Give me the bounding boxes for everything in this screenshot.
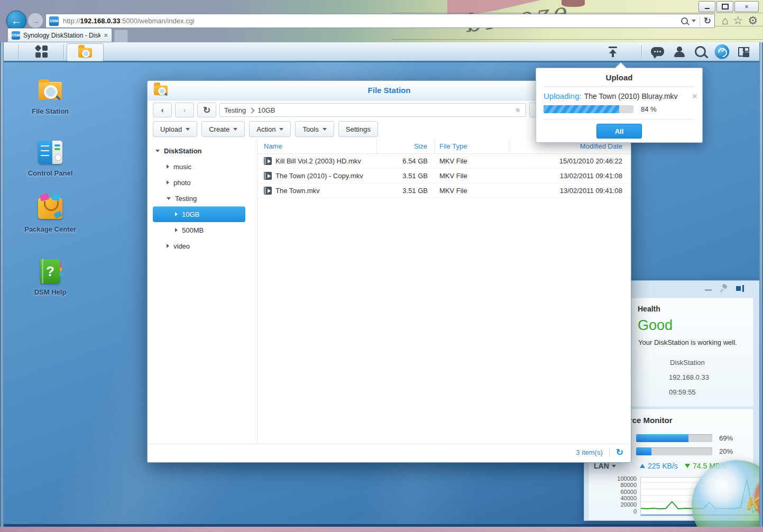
user-account-icon[interactable] (673, 47, 686, 57)
taskbar-file-station-button[interactable] (67, 43, 104, 61)
action-button[interactable]: Action (249, 121, 291, 137)
main-menu-button[interactable] (19, 42, 63, 61)
dsm-desktop: File Station Control Panel Package Cente… (4, 62, 759, 527)
tree-item-photo[interactable]: photo (148, 175, 257, 190)
folder-tree-sidebar: DiskStation music photo Testing (148, 139, 258, 444)
favorite-star-icon[interactable]: ★ (514, 105, 521, 115)
table-row[interactable]: Kill Bill Vol.2 (2003) HD.mkv 6.54 GB MK… (258, 154, 631, 169)
desktop-icon-control-panel[interactable]: Control Panel (18, 139, 82, 178)
tree-item-diskstation[interactable]: DiskStation (148, 143, 257, 159)
tree-collapsed-icon[interactable] (175, 228, 178, 232)
package-center-icon (35, 195, 65, 222)
column-header-size[interactable]: Size (377, 139, 435, 153)
column-header-type[interactable]: File Type (435, 139, 509, 153)
file-modified: 13/02/2011 09:41:08 (509, 184, 631, 198)
browser-chrome: breeze × ← → DSM http://192.168.0.33:500… (0, 0, 763, 42)
page-refresh-icon[interactable]: ↻ (704, 15, 711, 26)
file-name: The Town (2010) - Copy.mkv (275, 172, 363, 180)
tree-expanded-icon[interactable] (167, 197, 171, 200)
table-row[interactable]: The Town.mkv 3.51 GB MKV File 13/02/2011… (258, 184, 631, 198)
uploading-file-name: The Town (2010) Bluray.mkv (584, 92, 678, 100)
cpu-usage-label: 69% (719, 434, 733, 442)
lan-selector[interactable]: LAN (594, 462, 616, 470)
magnifier-icon (82, 50, 90, 58)
question-mark-icon: ? (40, 263, 60, 280)
tree-collapsed-icon[interactable] (167, 164, 169, 169)
chat-icon[interactable] (651, 47, 664, 56)
lan-traffic-chart (640, 477, 759, 516)
table-row[interactable]: The Town (2010) - Copy.mkv 3.51 GB MKV F… (258, 169, 631, 184)
y-axis-tick: 100000 (605, 475, 637, 482)
search-options-caret-icon[interactable] (692, 20, 696, 22)
settings-gear-icon[interactable]: ⚙ (748, 15, 758, 26)
settings-button[interactable]: Settings (338, 121, 378, 137)
breadcrumb-segment[interactable]: 10GB (258, 106, 275, 114)
search-icon[interactable] (681, 17, 688, 24)
show-all-uploads-button[interactable]: All (596, 124, 642, 139)
file-type: MKV File (435, 154, 509, 168)
search-icon[interactable] (695, 46, 706, 57)
favorites-star-icon[interactable]: ☆ (733, 15, 743, 26)
tab-close-icon[interactable]: × (104, 31, 108, 39)
file-station-statusbar: 3 item(s) ↻ (148, 444, 631, 460)
refresh-button[interactable]: ↻ (197, 103, 216, 117)
dropdown-caret-icon (186, 128, 190, 131)
divider (63, 44, 64, 59)
cancel-upload-icon[interactable]: × (692, 91, 697, 101)
home-icon[interactable]: ⌂ (722, 15, 729, 26)
browser-window: breeze × ← → DSM http://192.168.0.33:500… (0, 0, 763, 532)
file-modified: 13/02/2011 09:41:08 (509, 169, 631, 183)
address-bar[interactable]: DSM http://192.168.0.33:5000/webman/inde… (45, 14, 715, 28)
dsm-viewport: File Station Control Panel Package Cente… (3, 42, 760, 527)
url-text[interactable]: http://192.168.0.33:5000/webman/index.cg… (63, 17, 681, 25)
tree-collapsed-icon[interactable] (175, 212, 178, 216)
close-icon: × (744, 4, 748, 10)
divider (544, 119, 695, 120)
widget-minimize-icon[interactable] (705, 289, 712, 291)
tools-button[interactable]: Tools (295, 121, 334, 137)
dropdown-caret-icon (279, 128, 283, 131)
upload-queue-icon[interactable] (607, 47, 619, 57)
new-tab-button[interactable] (114, 30, 128, 42)
tree-item-video[interactable]: video (148, 238, 257, 254)
breadcrumb-segment[interactable]: Testing (224, 106, 246, 114)
desktop-icon-dsm-help[interactable]: ? DSM Help (18, 258, 82, 297)
health-message: Your DiskStation is working well. (638, 338, 737, 346)
server-uptime: 09:59:55 (669, 388, 696, 396)
pilot-view-icon[interactable] (715, 44, 729, 59)
widgets-icon[interactable] (738, 47, 750, 57)
file-size: 3.51 GB (377, 184, 435, 198)
tree-item-10gb-selected[interactable]: 10GB (153, 206, 245, 222)
browser-tab[interactable]: DSM Synology DiskStation - Disk... × (7, 28, 112, 42)
control-panel-icon (35, 139, 65, 166)
file-size: 6.54 GB (377, 154, 435, 168)
ram-usage-label: 20% (719, 447, 733, 455)
upload-rate: 225 KB/s (640, 462, 678, 470)
tree-item-music[interactable]: music (148, 159, 257, 175)
pin-icon[interactable] (720, 285, 728, 292)
column-header-name[interactable]: Name (258, 139, 377, 153)
panel-layout-icon[interactable] (736, 285, 744, 292)
tree-expanded-icon[interactable] (155, 150, 160, 152)
browser-forward-button[interactable]: → (27, 13, 43, 29)
create-button[interactable]: Create (201, 121, 245, 137)
tree-collapsed-icon[interactable] (167, 244, 169, 248)
download-rate: 74.5 MB/s (685, 462, 726, 470)
desktop-icon-package-center[interactable]: Package Center (18, 195, 82, 234)
chevron-right-icon (249, 107, 255, 113)
server-name: DiskStation (670, 359, 705, 366)
lan-chart-svg (641, 478, 759, 516)
upload-button[interactable]: Upload (153, 121, 197, 137)
back-arrow-icon: ← (11, 15, 22, 27)
refresh-icon[interactable]: ↻ (616, 447, 623, 458)
forward-button[interactable]: › (175, 103, 194, 117)
desktop-icon-file-station[interactable]: File Station (18, 77, 82, 116)
back-button[interactable]: ‹ (153, 103, 172, 117)
dsm-taskbar (4, 42, 759, 62)
file-list: Name Size File Type Modified Date Kill B… (258, 139, 631, 444)
breadcrumb[interactable]: Testing 10GB ★ (219, 103, 526, 117)
tree-collapsed-icon[interactable] (167, 180, 169, 185)
tree-item-500mb[interactable]: 500MB (148, 222, 257, 238)
tree-item-testing[interactable]: Testing (148, 190, 257, 206)
y-axis-tick: 0 (605, 508, 637, 515)
